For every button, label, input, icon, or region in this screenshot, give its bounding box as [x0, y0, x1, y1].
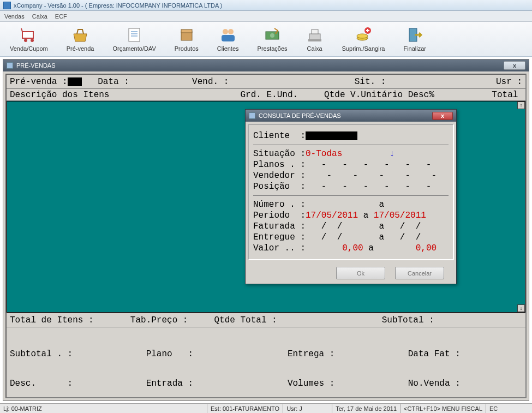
dialog-body: Cliente : Situação :0-Todas ↓ Planos . :… [248, 124, 454, 260]
box-icon [178, 26, 195, 44]
status-hint: <CTRL+F10> MENU FISCAL [401, 404, 486, 413]
window-titlebar: xCompany - Versão 1.00 - ( Empresa: INFO… [0, 0, 532, 11]
svg-point-18 [357, 34, 368, 38]
toolbar-pre-venda[interactable]: Pré-venda [63, 25, 98, 53]
app-icon [3, 2, 11, 9]
money-icon [264, 26, 281, 44]
statusbar: Lj: 00-MATRIZ Est: 001-FATURAMENTO Usr: … [0, 403, 532, 413]
consulta-dialog: CONSULTA DE PRÉ-VENDAS x Cliente : Situa… [245, 109, 457, 284]
periodo-row[interactable]: Periodo :17/05/2011 a 17/05/2011 [253, 210, 449, 221]
svg-rect-8 [181, 29, 192, 33]
register-icon [306, 26, 324, 44]
exit-icon [406, 26, 423, 44]
dialog-titlebar: CONSULTA DE PRÉ-VENDAS x [246, 110, 456, 122]
status-usr: Usr: J [283, 404, 332, 413]
cart-icon [20, 26, 38, 44]
svg-point-1 [24, 39, 27, 42]
svg-point-13 [270, 33, 274, 38]
entregue-row[interactable]: Entregue : / / a / / [253, 232, 449, 243]
svg-point-2 [31, 39, 34, 42]
dialog-title: CONSULTA DE PRÉ-VENDAS [259, 112, 341, 119]
toolbar-suprim-sangira[interactable]: Suprim./Sangira [339, 25, 388, 53]
menubar: Vendas Caixa ECF [0, 11, 532, 22]
status-ec: EC [486, 404, 501, 413]
pre-venda-value [68, 77, 82, 86]
toolbar-finalizar[interactable]: Finalizar [400, 25, 429, 53]
svg-point-10 [228, 29, 234, 34]
menu-ecf[interactable]: ECF [55, 13, 67, 20]
numero-row[interactable]: Número . : a [253, 199, 449, 210]
column-headers: Descrição dos Itens Grd. E.Und. Qtde V.U… [7, 89, 525, 101]
posicao-row[interactable]: Posição : - - - - - - [253, 181, 449, 192]
window-icon [7, 62, 13, 69]
status-date: Ter, 17 de Mai de 2011 [332, 404, 401, 413]
svg-rect-16 [308, 39, 321, 41]
situacao-row[interactable]: Situação :0-Todas ↓ [253, 148, 449, 159]
scroll-up-icon[interactable]: ↑ [517, 101, 525, 109]
toolbar-produtos[interactable]: Produtos [171, 25, 202, 53]
ok-button[interactable]: Ok [336, 267, 385, 279]
status-est: Est: 001-FATURAMENTO [207, 404, 283, 413]
prevendas-titlebar: PRÉ-VENDAS x [3, 59, 529, 71]
status-loja: Lj: 00-MATRIZ [0, 404, 207, 413]
menu-caixa[interactable]: Caixa [32, 13, 47, 20]
window-title: xCompany - Versão 1.00 - ( Empresa: INFO… [14, 2, 222, 9]
cliente-row: Cliente : [253, 130, 449, 141]
toolbar-orcamento[interactable]: Orçamento/DAV [109, 25, 159, 53]
summary-row: Total de Itens : Tab.Preço : Qtde Total … [7, 313, 525, 327]
cancel-button[interactable]: Cancelar [395, 267, 444, 279]
prevendas-title: PRÉ-VENDAS [16, 62, 56, 69]
cliente-value[interactable] [306, 131, 357, 140]
svg-point-9 [223, 29, 228, 34]
doc-icon [125, 26, 143, 44]
basket-icon [71, 26, 89, 44]
scroll-down-icon[interactable]: ↓ [517, 304, 525, 312]
svg-rect-15 [312, 29, 318, 34]
coins-icon [355, 26, 372, 44]
close-button[interactable]: x [504, 61, 525, 70]
valor-row[interactable]: Valor .. : 0,00 a 0,00 [253, 243, 449, 254]
toolbar: Venda/Cupom Pré-venda Orçamento/DAV Prod… [0, 22, 532, 57]
vendedor-row[interactable]: Vendedor : - - - - - [253, 170, 449, 181]
svg-rect-11 [222, 35, 235, 41]
header-row: Pré-venda : Data : Vend. : Sit. : Usr : [7, 75, 525, 89]
svg-rect-3 [129, 28, 140, 41]
people-icon [219, 26, 237, 44]
toolbar-caixa[interactable]: Caixa [303, 25, 327, 53]
totals-box: Subtotal . : Plano : Entrega : Data Fat … [7, 327, 525, 413]
dialog-buttons: Ok Cancelar [246, 262, 456, 284]
toolbar-venda-cupom[interactable]: Venda/Cupom [7, 25, 51, 53]
dialog-icon [249, 112, 255, 119]
toolbar-prestacoes[interactable]: Prestações [254, 25, 291, 53]
toolbar-clientes[interactable]: Clientes [214, 25, 242, 53]
svg-rect-0 [22, 32, 33, 38]
planos-row[interactable]: Planos . : - - - - - - [253, 159, 449, 170]
dialog-close-button[interactable]: x [432, 112, 453, 120]
faturada-row[interactable]: Faturada : / / a / / [253, 221, 449, 232]
menu-vendas[interactable]: Vendas [4, 13, 25, 20]
dropdown-arrow-icon[interactable]: ↓ [390, 149, 395, 159]
